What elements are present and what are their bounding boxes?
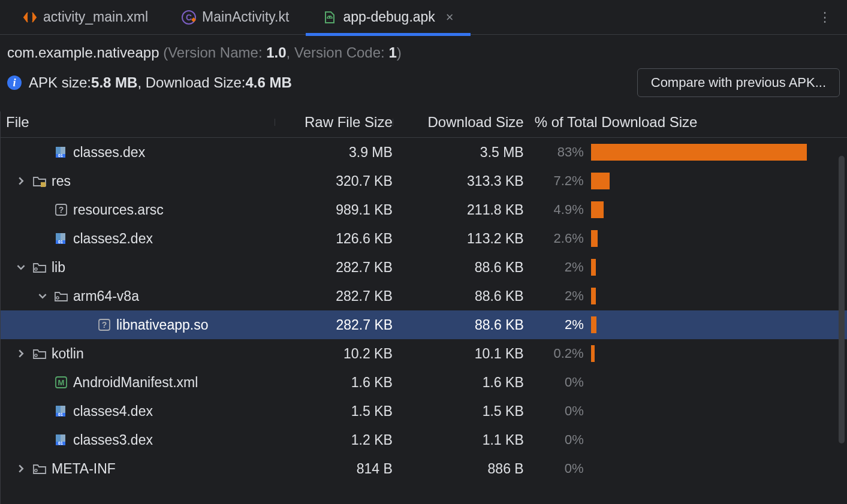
file-cell: MAndroidManifest.xml [0,375,275,391]
raw-size: 1.2 KB [275,432,393,448]
bar-container [591,144,847,161]
raw-size: 989.1 KB [275,202,393,218]
chevron-down-icon[interactable] [14,263,28,271]
table-row[interactable]: 01classes3.dex1.2 KB1.1 KB0% [0,425,847,454]
pct-cell: 2% [524,316,847,333]
raw-size: 282.7 KB [275,259,393,276]
raw-size: 1.6 KB [275,375,393,391]
table-row[interactable]: lib282.7 KB88.6 KB2% [0,253,847,282]
dex-icon: 01 [54,231,68,246]
close-paren: ) [397,44,402,61]
folder-res-icon [32,174,47,188]
bar [591,201,604,218]
file-cell: 01classes2.dex [0,231,275,247]
file-cell: 01classes4.dex [0,403,275,420]
svg-text:C: C [186,13,192,22]
tab-label: activity_main.xml [43,9,148,25]
folder-icon [32,260,47,274]
table-header: File Raw File Size Download Size % of To… [0,107,847,138]
download-size: 211.8 KB [393,202,524,218]
editor-tabs: activity_main.xmlCMainActivity.ktapp-deb… [0,0,847,35]
package-name: com.example.nativeapp [7,44,159,61]
file-cell: 01classes3.dex [0,432,275,448]
header-pct[interactable]: % of Total Download Size [524,114,847,131]
tab-activity_main-xml[interactable]: activity_main.xml [6,0,165,34]
bar [591,345,595,362]
download-size: 10.1 KB [393,346,524,362]
download-size: 3.5 MB [393,144,524,161]
file-cell: kotlin [0,346,275,362]
download-size: 113.2 KB [393,231,524,247]
svg-point-2 [328,17,329,18]
bar-container [591,431,847,448]
table-row[interactable]: MAndroidManifest.xml1.6 KB1.6 KB0% [0,368,847,397]
close-icon[interactable]: × [446,10,454,25]
table-row[interactable]: res320.7 KB313.3 KB7.2% [0,167,847,195]
table-row[interactable]: 01classes4.dex1.5 KB1.5 KB0% [0,397,847,425]
download-size: 88.6 KB [393,259,524,276]
svg-text:01: 01 [58,412,63,417]
file-cell: META-INF [0,461,275,477]
download-size: 88.6 KB [393,317,524,333]
file-name: lib [52,259,65,276]
tab-mainactivity-kt[interactable]: CMainActivity.kt [165,0,306,34]
pct-cell: 0% [524,431,847,448]
download-size-label: , Download Size: [137,74,245,91]
version-name-label: (Version Name: [163,44,266,61]
raw-size: 320.7 KB [275,173,393,189]
pct-label: 0% [536,375,584,390]
table-row[interactable]: arm64-v8a282.7 KB88.6 KB2% [0,282,847,310]
apk-size-row: i APK size: 5.8 MB , Download Size: 4.6 … [7,68,840,97]
bar [591,316,596,333]
manifest-icon: M [54,375,68,390]
raw-size: 126.6 KB [275,231,393,247]
chevron-right-icon[interactable] [14,349,28,358]
pct-cell: 0.2% [524,345,847,362]
pct-cell: 7.2% [524,173,847,189]
header-raw[interactable]: Raw File Size [275,114,393,131]
svg-point-16 [56,297,59,299]
bar [591,230,598,247]
download-size: 886 B [393,461,524,477]
table-row[interactable]: ?libnativeapp.so282.7 KB88.6 KB2% [0,310,847,339]
svg-point-3 [330,17,331,18]
svg-text:01: 01 [58,153,63,158]
raw-size: 282.7 KB [275,317,393,333]
bar-container [591,403,847,420]
raw-size: 1.5 KB [275,403,393,420]
file-name: res [52,173,71,189]
file-name: classes3.dex [73,432,153,448]
package-version-row: com.example.nativeapp (Version Name: 1.0… [7,44,840,61]
version-code-label: , Version Code: [287,44,389,61]
table-row[interactable]: 01classes2.dex126.6 KB113.2 KB2.6% [0,224,847,253]
pct-cell: 4.9% [524,201,847,218]
chevron-down-icon[interactable] [36,292,49,300]
bar [591,259,596,276]
svg-text:?: ? [59,205,64,215]
header-download[interactable]: Download Size [393,114,524,131]
pct-label: 2.6% [536,231,584,246]
bar [591,144,807,161]
file-name: kotlin [52,346,84,362]
bar [591,288,596,304]
overflow-menu-icon[interactable]: ⋮ [804,10,847,25]
tab-app-debug-apk[interactable]: app-debug.apk× [306,0,470,34]
svg-text:01: 01 [58,240,63,244]
pct-label: 83% [536,144,584,160]
apk-header: com.example.nativeapp (Version Name: 1.0… [0,35,847,97]
scrollbar[interactable] [839,156,845,443]
table-row[interactable]: META-INF814 B886 B0% [0,454,847,483]
table-row[interactable]: ?resources.arsc989.1 KB211.8 KB4.9% [0,195,847,224]
file-cell: 01classes.dex [0,144,275,161]
raw-size: 282.7 KB [275,288,393,304]
file-table: File Raw File Size Download Size % of To… [0,107,847,504]
bar-container [591,259,847,276]
file-cell: arm64-v8a [0,288,275,304]
download-size: 313.3 KB [393,173,524,189]
header-file[interactable]: File [0,114,275,131]
table-row[interactable]: 01classes.dex3.9 MB3.5 MB83% [0,138,847,167]
chevron-right-icon[interactable] [14,177,28,185]
table-row[interactable]: kotlin10.2 KB10.1 KB0.2% [0,339,847,368]
chevron-right-icon[interactable] [14,464,28,473]
compare-apk-button[interactable]: Compare with previous APK... [637,68,840,97]
